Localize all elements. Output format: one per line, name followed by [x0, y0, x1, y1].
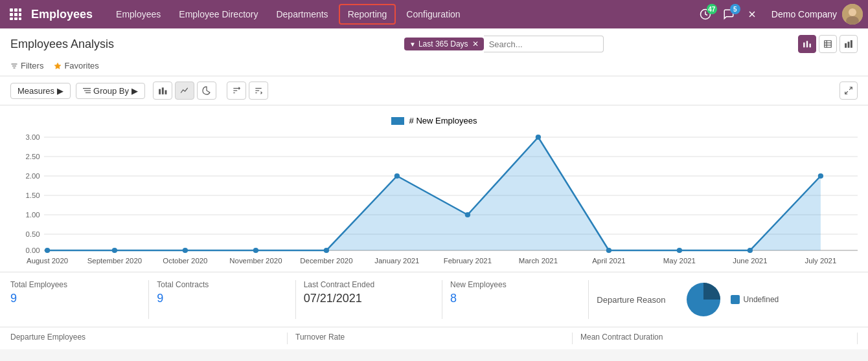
stat-last-contract: Last Contract Ended 07/21/2021 — [296, 280, 442, 319]
svg-point-58 — [45, 248, 50, 253]
svg-rect-23 — [848, 42, 850, 48]
close-btn[interactable] — [743, 5, 761, 23]
line-chart-btn[interactable] — [175, 82, 194, 100]
svg-point-69 — [818, 173, 823, 179]
svg-point-68 — [748, 248, 753, 253]
svg-text:November 2020: November 2020 — [229, 257, 282, 265]
svg-point-59 — [112, 248, 117, 253]
svg-point-61 — [253, 248, 258, 253]
stat-total-employees: Total Employees 9 — [10, 280, 149, 319]
table-view-btn[interactable] — [819, 35, 837, 53]
stat-total-contracts-label: Total Contracts — [157, 280, 287, 289]
stat-new-employees-value[interactable]: 8 — [450, 292, 580, 305]
svg-marker-57 — [47, 137, 821, 250]
page-title: Employees Analysis — [10, 38, 114, 51]
page-header: Employees Analysis ▼ Last 365 Days ✕ — [0, 28, 868, 76]
bar-chart-btn[interactable] — [153, 82, 172, 100]
svg-point-63 — [394, 173, 400, 179]
expand-btn[interactable] — [839, 82, 858, 100]
group-by-btn[interactable]: Group By ▶ — [76, 83, 145, 99]
svg-point-66 — [606, 248, 611, 253]
svg-rect-24 — [851, 40, 852, 48]
svg-line-41 — [849, 87, 852, 90]
clock-btn[interactable]: 47 — [696, 5, 714, 23]
chat-btn[interactable]: 5 — [720, 5, 738, 23]
apps-icon[interactable] — [5, 4, 26, 25]
filter-bar: ▼ Last 365 Days ✕ — [404, 35, 858, 53]
svg-marker-28 — [54, 63, 61, 69]
favorites-label: Favorites — [64, 61, 98, 71]
svg-rect-3 — [10, 13, 13, 16]
filter-tag-label: Last 365 Days — [418, 39, 468, 49]
stat-last-contract-value: 07/21/2021 — [304, 292, 434, 305]
pie-chart-btn[interactable] — [197, 82, 216, 100]
nav-configuration[interactable]: Configuration — [398, 5, 468, 23]
svg-rect-17 — [810, 43, 811, 47]
svg-rect-34 — [165, 90, 167, 94]
dep-color-swatch — [731, 295, 740, 304]
svg-rect-32 — [159, 89, 161, 94]
svg-point-65 — [536, 135, 541, 140]
company-name[interactable]: Demo Company — [771, 9, 837, 19]
svg-point-60 — [183, 248, 188, 253]
svg-text:3.00: 3.00 — [25, 133, 40, 141]
sort-desc-btn[interactable] — [249, 82, 268, 100]
legend-label: # New Employees — [409, 116, 477, 126]
measures-btn[interactable]: Measures ▶ — [10, 83, 71, 99]
svg-text:2.50: 2.50 — [25, 153, 40, 160]
chart-container: # New Employees .y-label { font-size: 11… — [0, 105, 868, 272]
nav-reporting[interactable]: Reporting — [339, 4, 396, 25]
chart-area: .y-label { font-size: 11px; fill: #666; … — [10, 131, 858, 267]
stat-departure-employees-label: Departure Employees — [10, 333, 279, 342]
svg-text:October 2020: October 2020 — [163, 257, 207, 265]
chart-type-btns — [153, 82, 216, 100]
svg-text:0.50: 0.50 — [25, 230, 40, 238]
departure-legend: Undefined — [731, 295, 779, 304]
legend-color — [391, 117, 404, 125]
sort-asc-btn[interactable] — [227, 82, 246, 100]
nav-departments[interactable]: Departments — [268, 5, 336, 23]
stat-mean-contract-label: Mean Contract Duration — [580, 333, 849, 342]
bar-view-btn[interactable] — [839, 35, 858, 53]
departure-chart: Departure Reason Undefined — [589, 280, 858, 319]
measures-label: Measures — [17, 86, 54, 96]
toolbar: Measures ▶ Group By ▶ — [0, 76, 868, 105]
search-input[interactable] — [484, 36, 604, 52]
filter-tag: ▼ Last 365 Days ✕ — [404, 38, 484, 50]
stat-new-employees: New Employees 8 — [442, 280, 589, 319]
measures-caret: ▶ — [57, 86, 63, 96]
favorites-btn[interactable]: Favorites — [54, 60, 98, 72]
stat-mean-contract: Mean Contract Duration — [573, 333, 858, 344]
stat-total-employees-label: Total Employees — [10, 280, 141, 289]
departure-pie — [684, 280, 723, 319]
svg-text:0.00: 0.00 — [25, 246, 40, 254]
svg-point-62 — [324, 248, 329, 253]
svg-text:September 2020: September 2020 — [87, 257, 142, 265]
filter-remove-btn[interactable]: ✕ — [472, 39, 479, 49]
page-header-bottom: Filters Favorites — [10, 56, 858, 76]
nav-employee-directory[interactable]: Employee Directory — [171, 5, 266, 23]
svg-rect-18 — [825, 41, 832, 48]
avatar[interactable] — [842, 4, 863, 25]
filters-btn[interactable]: Filters — [10, 60, 43, 72]
chat-badge: 5 — [730, 4, 740, 14]
graph-view-btn[interactable] — [798, 35, 816, 53]
nav-employees[interactable]: Employees — [108, 5, 168, 23]
svg-text:2.00: 2.00 — [25, 172, 40, 180]
svg-point-13 — [849, 8, 856, 16]
stat-total-contracts-value[interactable]: 9 — [157, 292, 287, 305]
svg-text:1.50: 1.50 — [25, 191, 40, 199]
funnel-icon: ▼ — [409, 41, 416, 48]
group-by-caret: ▶ — [131, 86, 138, 96]
navbar-right: 47 5 Demo Company — [696, 4, 863, 25]
svg-rect-22 — [845, 43, 847, 48]
svg-rect-15 — [803, 43, 805, 48]
svg-point-64 — [465, 212, 470, 217]
svg-text:December 2020: December 2020 — [300, 257, 352, 265]
svg-text:1.00: 1.00 — [25, 211, 40, 219]
clock-badge: 47 — [707, 4, 717, 14]
stat-turnover-rate: Turnover Rate — [288, 333, 573, 344]
stat-total-employees-value[interactable]: 9 — [10, 292, 141, 305]
group-by-label: Group By — [93, 86, 129, 96]
svg-rect-8 — [19, 17, 21, 20]
